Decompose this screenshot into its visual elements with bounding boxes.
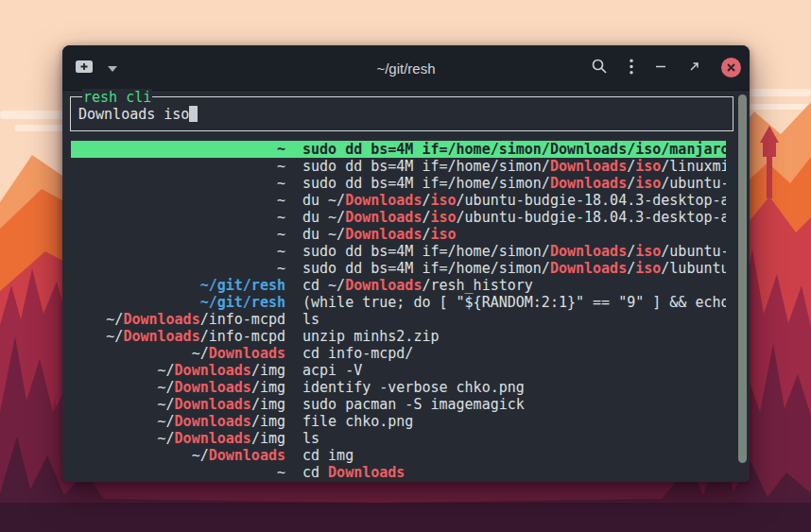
query-input[interactable]: Downloads iso: [78, 106, 189, 123]
text-segment: iso: [430, 192, 456, 209]
close-icon: [727, 60, 735, 75]
history-row[interactable]: ~sudo dd bs=4M if=/home/simon/Downloads/…: [71, 175, 726, 192]
text-segment: sudo dd bs=4M if=/home/simon/: [302, 175, 550, 192]
text-segment: iso: [635, 243, 661, 260]
text-segment: /linuxmi: [661, 158, 726, 175]
text-segment: Downloads: [550, 260, 627, 277]
row-command: cd Downloads: [302, 464, 726, 481]
text-segment: Downloads: [209, 345, 285, 362]
row-location: ~: [71, 158, 285, 175]
history-row[interactable]: ~/Downloads/imgacpi -V: [71, 362, 726, 379]
history-row[interactable]: ~du ~/Downloads/iso/ubuntu-budgie-18.04.…: [71, 192, 726, 209]
terminal-content: resh cli Downloads iso ~sudo dd bs=4M if…: [62, 96, 750, 482]
text-segment: cd img: [302, 447, 354, 464]
restore-button[interactable]: [688, 60, 699, 75]
text-segment: /img: [251, 413, 285, 430]
text-segment: sudo pacman -S imagemagick: [302, 396, 525, 413]
row-command: sudo dd bs=4M if=/home/simon/Downloads/i…: [302, 260, 726, 277]
text-segment: /: [627, 260, 635, 277]
tab-dropdown-button[interactable]: [108, 60, 117, 75]
history-row[interactable]: ~/Downloads/imgfile chko.png: [71, 413, 726, 430]
text-segment: ~: [277, 141, 285, 158]
row-command: unzip minhs2.zip: [302, 328, 726, 345]
row-command: du ~/Downloads/iso/ubuntu-budgie-18.04.3…: [302, 192, 726, 209]
row-command: (while true; do [ "${RANDOM:2:1}" == "9"…: [302, 294, 726, 311]
history-row[interactable]: ~/git/resh(while true; do [ "${RANDOM:2:…: [71, 294, 726, 311]
text-segment: Downloads: [175, 362, 251, 379]
row-location: ~/Downloads: [71, 447, 285, 464]
row-command: du ~/Downloads/iso/ubuntu-budgie-18.04.3…: [302, 209, 726, 226]
history-row[interactable]: ~sudo dd bs=4M if=/home/simon/Downloads/…: [71, 260, 726, 277]
text-segment: Downloads: [550, 175, 627, 192]
text-segment: /: [627, 158, 635, 175]
history-row[interactable]: ~sudo dd bs=4M if=/home/simon/Downloads/…: [71, 243, 726, 260]
text-segment: ~: [277, 226, 285, 243]
text-segment: cd info-mcpd/: [302, 345, 413, 362]
history-row[interactable]: ~/git/reshcd ~/Downloads/resh_history: [71, 277, 726, 294]
row-location: ~/Downloads/img: [71, 379, 285, 396]
history-list: ~sudo dd bs=4M if=/home/simon/Downloads/…: [62, 141, 750, 481]
row-location: ~: [71, 141, 285, 158]
text-segment: ~/: [158, 396, 175, 413]
text-segment: /info-mcpd: [200, 328, 285, 345]
text-segment: Downloads: [550, 158, 627, 175]
text-segment: /resh_history: [422, 277, 532, 294]
history-row[interactable]: ~/Downloads/imgidentify -verbose chko.pn…: [71, 379, 726, 396]
text-segment: ~/: [192, 345, 209, 362]
history-row[interactable]: ~du ~/Downloads/iso/ubuntu-budgie-18.04.…: [71, 209, 726, 226]
text-segment: ~: [277, 243, 285, 260]
row-location: ~: [71, 260, 285, 277]
minimize-button[interactable]: [655, 60, 666, 75]
text-segment: iso: [635, 260, 661, 277]
history-row[interactable]: ~cd Downloads: [71, 464, 726, 481]
history-row[interactable]: ~/Downloadscd info-mcpd/: [71, 345, 726, 362]
text-segment: Downloads: [345, 277, 422, 294]
text-segment: /ubuntu-budgie-18.04.3-desktop-a: [457, 209, 726, 226]
search-query-box[interactable]: resh cli Downloads iso: [70, 96, 733, 131]
text-segment: iso: [635, 158, 661, 175]
kebab-menu-icon: [630, 59, 633, 77]
text-segment: (while true; do [ "${RANDOM:2:1}" == "9"…: [302, 294, 726, 311]
scrollbar-thumb[interactable]: [738, 94, 747, 463]
text-segment: sudo dd bs=4M if=/home/simon/Downloads/i…: [302, 141, 726, 158]
titlebar-right-controls: [591, 58, 750, 77]
text-segment: ~/git/resh: [200, 294, 285, 311]
history-row[interactable]: ~/Downloads/imgls: [71, 430, 726, 447]
row-command: file chko.png: [302, 413, 726, 430]
row-location: ~: [71, 209, 285, 226]
text-segment: ls: [302, 311, 319, 328]
menu-button[interactable]: [630, 59, 633, 77]
text-segment: ~/: [192, 447, 209, 464]
text-segment: /lubuntu: [661, 260, 726, 277]
history-row[interactable]: ~/Downloads/info-mcpdls: [71, 311, 726, 328]
history-row[interactable]: ~/Downloadscd img: [71, 447, 726, 464]
row-location: ~/git/resh: [71, 277, 285, 294]
new-tab-button[interactable]: [75, 59, 94, 77]
row-command: identify -verbose chko.png: [302, 379, 726, 396]
text-segment: ~: [277, 209, 285, 226]
row-location: ~: [71, 226, 285, 243]
text-segment: ls: [302, 430, 319, 447]
text-segment: Downloads: [175, 379, 251, 396]
history-row[interactable]: ~sudo dd bs=4M if=/home/simon/Downloads/…: [71, 158, 726, 175]
restore-icon: [688, 60, 699, 75]
text-segment: iso: [430, 209, 456, 226]
search-button[interactable]: [591, 58, 608, 77]
text-segment: iso: [430, 226, 456, 243]
history-row[interactable]: ~/Downloads/info-mcpdunzip minhs2.zip: [71, 328, 726, 345]
text-segment: /img: [251, 430, 285, 447]
row-command: sudo dd bs=4M if=/home/simon/Downloads/i…: [302, 243, 726, 260]
text-segment: ~/: [158, 362, 175, 379]
text-segment: sudo dd bs=4M if=/home/simon/: [302, 260, 550, 277]
history-row[interactable]: ~du ~/Downloads/iso: [71, 226, 726, 243]
text-segment: acpi -V: [302, 362, 362, 379]
text-segment: /img: [251, 396, 285, 413]
close-button[interactable]: [721, 58, 741, 77]
row-command: sudo pacman -S imagemagick: [302, 396, 726, 413]
text-segment: ~/: [158, 430, 175, 447]
history-row[interactable]: ~sudo dd bs=4M if=/home/simon/Downloads/…: [71, 141, 726, 158]
row-command: ls: [302, 430, 726, 447]
history-row[interactable]: ~/Downloads/imgsudo pacman -S imagemagic…: [71, 396, 726, 413]
row-location: ~/Downloads/img: [71, 430, 285, 447]
text-segment: ~: [277, 192, 285, 209]
